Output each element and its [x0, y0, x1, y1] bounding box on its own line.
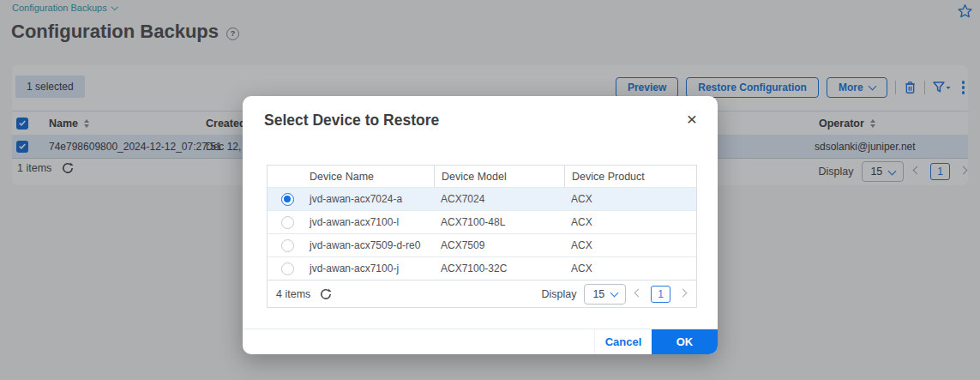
chevron-down-icon [610, 289, 619, 298]
page-number[interactable]: 1 [651, 286, 670, 303]
device-model-cell: ACX7509 [434, 239, 564, 251]
previous-page-icon[interactable] [634, 291, 643, 298]
radio-column-header [268, 166, 307, 187]
device-model-cell: ACX7024 [434, 193, 564, 205]
column-header-device-model: Device Model [434, 166, 564, 187]
device-row[interactable]: jvd-awan-acx7100-j ACX7100-32C ACX [268, 256, 696, 280]
device-model-cell: ACX7100-32C [434, 262, 564, 274]
device-table-header: Device Name Device Model Device Product [268, 166, 696, 187]
page-size-value: 15 [592, 288, 604, 300]
column-header-device-product: Device Product [564, 166, 696, 187]
device-row[interactable]: jvd-awan-acx7100-l ACX7100-48L ACX [268, 210, 696, 233]
display-label: Display [541, 288, 576, 300]
next-page-icon[interactable] [678, 291, 688, 298]
device-table-footer: 4 items Display 15 1 [268, 280, 696, 307]
page-size-select[interactable]: 15 [584, 284, 626, 305]
select-device-modal: Select Device to Restore × Device Name D… [243, 96, 718, 354]
device-name-cell: jvd-awan-acx7024-a [307, 193, 434, 205]
device-product-cell: ACX [564, 239, 696, 251]
radio-unselected[interactable] [268, 216, 307, 229]
ok-button[interactable]: OK [652, 329, 718, 354]
close-icon[interactable]: × [683, 106, 700, 131]
cancel-button[interactable]: Cancel [594, 329, 652, 354]
modal-footer: Cancel OK [243, 329, 718, 354]
device-product-cell: ACX [564, 216, 696, 228]
radio-unselected[interactable] [268, 239, 307, 252]
device-name-cell: jvd-awan-acx7100-l [307, 216, 434, 228]
column-header-device-name: Device Name [307, 166, 434, 187]
device-product-cell: ACX [564, 193, 696, 205]
modal-title: Select Device to Restore [264, 112, 439, 130]
radio-unselected[interactable] [268, 262, 307, 275]
device-name-cell: jvd-awan-acx7509-d-re0 [307, 239, 434, 251]
device-row[interactable]: jvd-awan-acx7509-d-re0 ACX7509 ACX [268, 233, 696, 256]
device-name-cell: jvd-awan-acx7100-j [307, 262, 434, 274]
radio-selected[interactable] [268, 193, 307, 206]
device-row[interactable]: jvd-awan-acx7024-a ACX7024 ACX [268, 187, 696, 210]
device-table: Device Name Device Model Device Product … [267, 165, 697, 308]
refresh-icon[interactable] [320, 288, 332, 300]
device-model-cell: ACX7100-48L [434, 216, 564, 228]
items-count: 4 items [276, 288, 310, 300]
device-product-cell: ACX [564, 262, 696, 274]
